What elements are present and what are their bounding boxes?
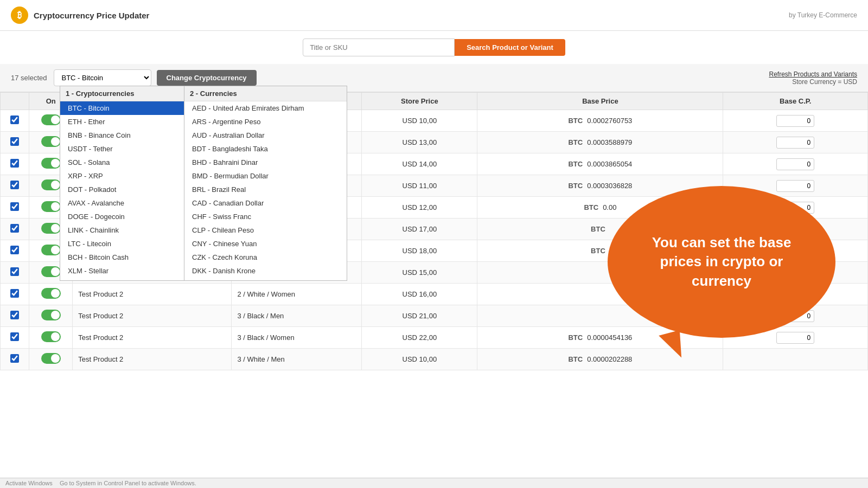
row-checkbox[interactable] <box>10 332 19 341</box>
dropdown-crypto-item[interactable]: BNB - Binance Coin <box>60 129 184 142</box>
row-toggle[interactable] <box>41 310 61 320</box>
base-currency: BTC <box>568 182 583 190</box>
dropdown-crypto-item[interactable]: ETC - Ethereum Classic <box>60 278 184 281</box>
row-toggle[interactable] <box>41 114 61 125</box>
dropdown-crypto-item[interactable]: USDT - Tether <box>60 142 184 156</box>
refresh-link[interactable]: Refresh Products and Variants <box>769 70 857 78</box>
row-variant: Test Product 2 <box>73 349 232 370</box>
col-base-cp: Base C.P. <box>723 93 868 110</box>
windows-activate-bar: Activate Windows Go to System in Control… <box>0 478 868 488</box>
base-currency: BTC <box>591 225 605 233</box>
dropdown-currency-item[interactable]: BHD - Bahraini Dinar <box>184 156 347 169</box>
dropdown-currency-item[interactable]: DKK - Danish Krone <box>184 264 347 278</box>
row-base-cp <box>723 153 868 175</box>
row-toggle[interactable] <box>41 158 61 169</box>
row-toggle[interactable] <box>41 223 61 234</box>
row-sku: 3 / White / Men <box>232 349 362 370</box>
row-checkbox[interactable] <box>10 311 19 319</box>
row-toggle[interactable] <box>41 201 61 212</box>
activate-windows-desc: Go to System in Control Panel to activat… <box>60 480 196 486</box>
dropdown-currency-item[interactable]: AUD - Australian Dollar <box>184 129 347 142</box>
row-toggle[interactable] <box>41 288 61 299</box>
dropdown-currency-item[interactable]: BMD - Bermudian Dollar <box>184 169 347 183</box>
dropdown-crypto-item[interactable]: ETH - Ether <box>60 115 184 129</box>
app-title: Cryptocurrency Price Updater <box>34 11 149 20</box>
row-toggle[interactable] <box>41 266 61 277</box>
dropdown-crypto-item[interactable]: SOL - Solana <box>60 156 184 169</box>
row-store-price: USD 13,00 <box>362 132 477 153</box>
row-base-cp <box>723 132 868 153</box>
dropdown-currency-item[interactable]: ARS - Argentine Peso <box>184 115 347 129</box>
dropdown-crypto-item[interactable]: BTC - Bitcoin <box>60 101 184 115</box>
dropdown-currency-item[interactable]: EUR - Euro <box>184 278 347 281</box>
row-variant: Test Product 2 <box>73 305 232 327</box>
base-cp-input[interactable] <box>776 137 814 149</box>
row-checkbox[interactable] <box>10 246 19 254</box>
search-button[interactable]: Search Product or Variant <box>455 39 565 56</box>
row-store-price: USD 17,00 <box>362 219 477 240</box>
base-cp-input[interactable] <box>776 332 814 344</box>
app-byline: by Turkey E-Commerce <box>789 11 857 19</box>
row-base-cp <box>723 349 868 370</box>
store-currency-label: Store Currency = USD <box>769 78 857 86</box>
dropdown-currency-item[interactable]: CNY - Chinese Yuan <box>184 237 347 251</box>
base-price-value: 0.0002760753 <box>587 117 632 125</box>
base-cp-input[interactable] <box>776 180 814 192</box>
dropdown-currency-item[interactable]: BDT - Bangladeshi Taka <box>184 142 347 156</box>
change-crypto-button[interactable]: Change Cryptocurrency <box>157 70 257 86</box>
row-store-price: USD 12,00 <box>362 197 477 219</box>
row-toggle[interactable] <box>41 245 61 255</box>
dropdown-currency-item[interactable]: AED - United Arab Emirates Dirham <box>184 101 347 115</box>
base-price-value: 0.0003588979 <box>587 138 632 146</box>
base-currency: BTC <box>568 333 583 342</box>
search-input[interactable] <box>303 38 455 56</box>
row-checkbox[interactable] <box>10 289 19 298</box>
row-toggle[interactable] <box>41 331 61 342</box>
dropdown-crypto-item[interactable]: LINK - Chainlink <box>60 223 184 237</box>
base-currency: BTC <box>568 117 583 125</box>
row-checkbox[interactable] <box>10 202 19 211</box>
dropdown-currency-item[interactable]: CAD - Canadian Dollar <box>184 196 347 210</box>
dropdown-currency-item[interactable]: CLP - Chilean Peso <box>184 223 347 237</box>
base-cp-input[interactable] <box>776 115 814 127</box>
dropdown-currency-item[interactable]: CZK - Czech Koruna <box>184 251 347 264</box>
row-checkbox[interactable] <box>10 267 19 276</box>
row-toggle[interactable] <box>41 136 61 147</box>
toolbar: 17 selected BTC - Bitcoin ETH - Ether Ch… <box>0 64 868 92</box>
app-logo: ₿ <box>11 7 28 24</box>
crypto-dropdown: 1 - Cryptocurrencies BTC - BitcoinETH - … <box>60 86 347 281</box>
row-store-price: USD 16,00 <box>362 284 477 305</box>
row-toggle[interactable] <box>41 179 61 190</box>
currency-list-panel: 2 - Currencies AED - United Arab Emirate… <box>184 86 347 281</box>
crypto-select[interactable]: BTC - Bitcoin ETH - Ether <box>54 69 151 86</box>
row-checkbox[interactable] <box>10 159 19 168</box>
col-checkbox <box>1 93 29 110</box>
row-store-price: USD 14,00 <box>362 153 477 175</box>
row-base-price: BTC0.0000202288 <box>477 349 723 370</box>
base-currency: BTC <box>568 355 583 363</box>
dropdown-crypto-item[interactable]: XRP - XRP <box>60 169 184 183</box>
dropdown-crypto-item[interactable]: XLM - Stellar <box>60 264 184 278</box>
base-price-value: 0.00 <box>603 203 616 211</box>
row-checkbox[interactable] <box>10 181 19 189</box>
base-currency: BTC <box>568 138 583 146</box>
dropdown-crypto-item[interactable]: LTC - Litecoin <box>60 237 184 251</box>
dropdown-currency-item[interactable]: BRL - Brazil Real <box>184 183 347 196</box>
base-currency: BTC <box>584 203 598 211</box>
selected-count: 17 selected <box>11 74 47 82</box>
row-checkbox[interactable] <box>10 115 19 124</box>
row-checkbox[interactable] <box>10 354 19 363</box>
dropdown-crypto-item[interactable]: DOGE - Dogecoin <box>60 210 184 223</box>
dropdown-crypto-item[interactable]: BCH - Bitcoin Cash <box>60 251 184 264</box>
row-store-price: USD 15,00 <box>362 262 477 284</box>
dropdown-currency-item[interactable]: CHF - Swiss Franc <box>184 210 347 223</box>
dropdown-crypto-item[interactable]: DOT - Polkadot <box>60 183 184 196</box>
base-cp-input[interactable] <box>776 158 814 170</box>
row-base-cp <box>723 110 868 132</box>
base-price-value: 0.0000202288 <box>587 355 632 363</box>
dropdown-crypto-item[interactable]: AVAX - Avalanche <box>60 196 184 210</box>
row-toggle[interactable] <box>41 353 61 364</box>
row-store-price: USD 18,00 <box>362 240 477 262</box>
row-checkbox[interactable] <box>10 224 19 233</box>
row-checkbox[interactable] <box>10 137 19 146</box>
